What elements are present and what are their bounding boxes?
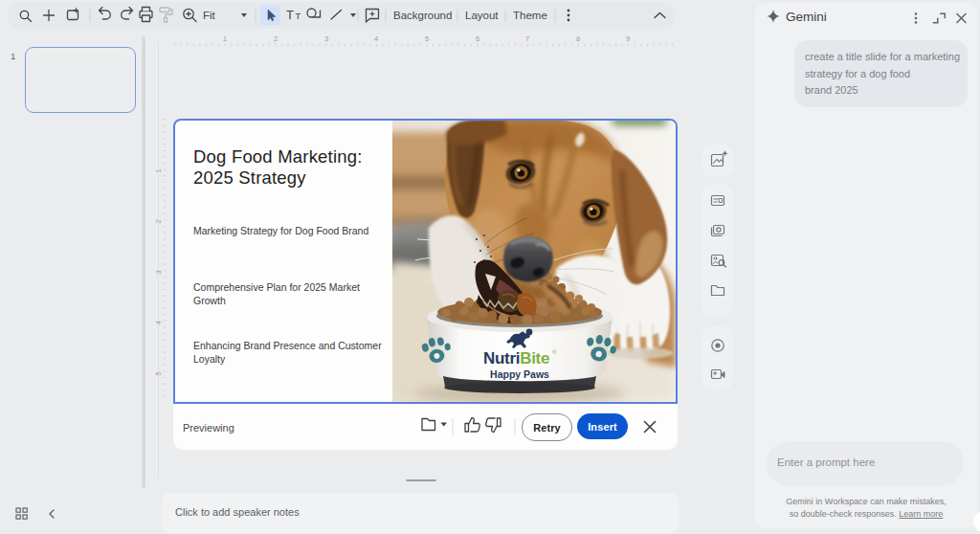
svg-text:Background: Background (393, 10, 452, 21)
svg-text:NutriBite: NutriBite (483, 349, 549, 367)
svg-text:5: 5 (425, 34, 429, 43)
svg-text:Theme: Theme (513, 10, 547, 21)
svg-text:T: T (296, 11, 301, 21)
svg-text:Layout: Layout (465, 10, 499, 21)
svg-text:Previewing: Previewing (183, 422, 234, 434)
svg-text:8: 8 (576, 34, 580, 43)
svg-text:Happy Paws: Happy Paws (490, 368, 549, 380)
svg-text:9: 9 (626, 34, 630, 43)
svg-text:3: 3 (154, 270, 163, 274)
svg-text:4: 4 (374, 34, 378, 43)
svg-text:1: 1 (223, 34, 227, 43)
svg-text:2: 2 (154, 219, 163, 223)
svg-text:Gemini: Gemini (786, 10, 827, 24)
svg-text:3: 3 (324, 34, 328, 43)
svg-text:7: 7 (525, 34, 529, 43)
svg-text:T: T (286, 8, 294, 22)
svg-text:6: 6 (476, 34, 479, 43)
svg-text:®: ® (552, 349, 557, 355)
svg-text:1: 1 (154, 168, 163, 172)
svg-text:2: 2 (274, 34, 278, 43)
svg-text:5: 5 (154, 371, 163, 375)
svg-text:4: 4 (154, 321, 163, 324)
svg-text:Fit: Fit (203, 10, 216, 21)
